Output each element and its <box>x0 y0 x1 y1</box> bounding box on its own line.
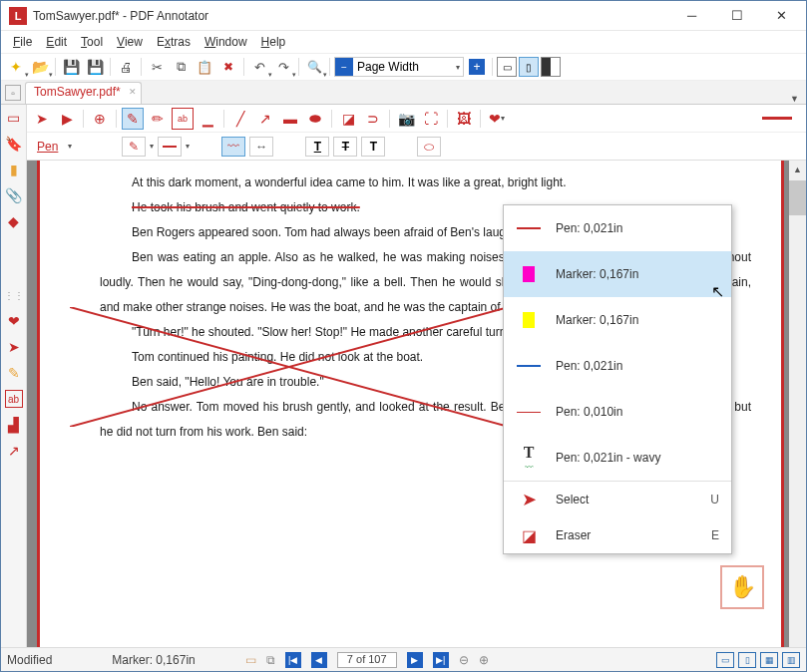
copy-button[interactable]: ⧉ <box>170 56 192 78</box>
nav-back-icon[interactable]: ⊖ <box>459 653 469 667</box>
status-copy-icon[interactable]: ⧉ <box>266 653 275 667</box>
nav-first-button[interactable]: |◀ <box>285 652 301 668</box>
popup-item-marker-magenta[interactable]: Marker: 0,167in <box>504 251 731 297</box>
menu-edit[interactable]: Edit <box>40 33 73 51</box>
print-button[interactable]: 🖨 <box>115 56 137 78</box>
arrow-tool-icon[interactable]: ↗ <box>254 108 276 130</box>
lasso-tool-icon[interactable]: ⊃ <box>362 108 384 130</box>
popup-item-select[interactable]: ➤ Select U <box>504 482 731 517</box>
tab-close-icon[interactable]: ✕ <box>129 87 137 97</box>
zoom-out-icon[interactable]: − <box>335 58 353 76</box>
sb-text-icon[interactable]: ab <box>5 390 23 408</box>
text-wavy-icon[interactable]: T <box>361 137 385 157</box>
sb-bookmark-icon[interactable]: 🔖 <box>5 135 23 153</box>
swatch-line-thin-icon <box>517 412 541 413</box>
menu-tool[interactable]: Tool <box>75 33 109 51</box>
camera-tool-icon[interactable]: 📷 <box>395 108 417 130</box>
zoom-selector[interactable]: − Page Width ▾ <box>334 57 464 77</box>
close-button[interactable]: ✕ <box>759 1 804 30</box>
paste-button[interactable]: 📋 <box>194 56 215 78</box>
eraser-tool-icon[interactable]: ◪ <box>337 108 359 130</box>
scroll-thumb[interactable] <box>789 180 806 215</box>
swatch-line-red-icon <box>517 227 541 229</box>
layout-two[interactable] <box>541 57 561 77</box>
popup-item-pen-blue[interactable]: Pen: 0,021in <box>504 343 731 389</box>
popup-item-marker-yellow[interactable]: Marker: 0,167in <box>504 297 731 343</box>
sb-pencil-icon[interactable]: ✎ <box>5 364 23 382</box>
pen-label[interactable]: Pen <box>37 140 58 154</box>
pen-style-line[interactable]: ↔ <box>249 137 273 157</box>
document-tab[interactable]: TomSawyer.pdf* ✕ <box>25 82 142 104</box>
status-page-icon[interactable]: ▭ <box>245 653 256 667</box>
view-mode-2[interactable]: ▯ <box>738 652 756 668</box>
swatch-marker-magenta-icon <box>523 266 535 282</box>
text-underline-icon[interactable]: T <box>305 137 329 157</box>
ellipse-tool-icon[interactable]: ⬬ <box>304 108 326 130</box>
popup-item-pen-red[interactable]: Pen: 0,021in <box>504 205 731 251</box>
nav-last-button[interactable]: ▶| <box>433 652 449 668</box>
sb-note-icon[interactable]: ▮ <box>5 161 23 178</box>
rect-tool-icon[interactable]: ▬ <box>279 108 301 130</box>
hand-tool-overlay[interactable]: ✋ <box>720 565 764 609</box>
save-as-button[interactable]: 💾 <box>84 56 106 78</box>
zoom-tool-icon[interactable]: ⊕ <box>89 108 111 130</box>
sb-attach-icon[interactable]: 📎 <box>5 186 23 204</box>
menu-view[interactable]: View <box>111 33 149 51</box>
pen-style-freehand[interactable]: 〰 <box>221 137 245 157</box>
scroll-up-icon[interactable]: ▲ <box>789 161 806 177</box>
pen-color-picker[interactable]: ✎ <box>122 137 146 157</box>
redo-button[interactable]: ↷▾ <box>272 56 294 78</box>
new-tab-button[interactable]: ▫ <box>5 85 21 101</box>
layout-single[interactable]: ▭ <box>497 57 517 77</box>
sb-layers-icon[interactable]: ◆ <box>5 212 23 230</box>
popup-item-pen-thin[interactable]: Pen: 0,010in <box>504 389 731 435</box>
undo-button[interactable]: ↶▾ <box>248 56 270 78</box>
zoom-in-button[interactable]: + <box>466 56 488 78</box>
delete-button[interactable]: ✖ <box>217 56 239 78</box>
zoom-value[interactable]: Page Width <box>353 60 453 74</box>
pressure-icon[interactable]: ⬭ <box>417 137 441 157</box>
sb-stamp-icon[interactable]: ▟ <box>5 416 23 434</box>
nav-prev-button[interactable]: ◀ <box>311 652 327 668</box>
pen-properties-toolbar: Pen ▾ ✎▾ ▾ 〰 ↔ T T T ⬭ <box>27 133 806 161</box>
menu-extras[interactable]: Extras <box>151 33 197 51</box>
crop-tool-icon[interactable]: ⛶ <box>420 108 442 130</box>
minimize-button[interactable]: ─ <box>669 1 714 30</box>
sb-cursor-icon[interactable]: ➤ <box>5 338 23 356</box>
popup-item-eraser[interactable]: ◪ Eraser E <box>504 517 731 553</box>
view-mode-3[interactable]: ▦ <box>760 652 778 668</box>
sb-heart-icon[interactable]: ❤ <box>5 312 23 330</box>
save-button[interactable]: 💾 <box>60 56 82 78</box>
menu-help[interactable]: Help <box>255 33 292 51</box>
new-button[interactable]: ✦▾ <box>5 56 27 78</box>
nav-fwd-icon[interactable]: ⊕ <box>479 653 489 667</box>
search-button[interactable]: 🔍▾ <box>303 56 325 78</box>
line-tool-icon[interactable]: ╱ <box>229 108 251 130</box>
view-mode-4[interactable]: ▥ <box>782 652 800 668</box>
page-number-field[interactable]: 7 of 107 <box>337 652 397 668</box>
text-strike-icon[interactable]: T <box>333 137 357 157</box>
vertical-scrollbar[interactable]: ▲ ▼ <box>789 161 806 658</box>
nav-next-button[interactable]: ▶ <box>407 652 423 668</box>
cut-button[interactable]: ✂ <box>146 56 168 78</box>
open-button[interactable]: 📂▾ <box>29 56 51 78</box>
popup-item-pen-wavy[interactable]: T〰 Pen: 0,021in - wavy <box>504 435 731 481</box>
select-tool-icon[interactable]: ➤ <box>31 108 53 130</box>
textbox-tool-icon[interactable]: ab <box>172 108 194 130</box>
underline-tool-icon[interactable]: ▁ <box>197 108 218 130</box>
image-tool-icon[interactable]: 🖼 <box>453 108 475 130</box>
sb-dots-icon[interactable]: ⋮⋮ <box>5 286 23 304</box>
maximize-button[interactable]: ☐ <box>714 1 759 30</box>
menu-window[interactable]: Window <box>199 33 253 51</box>
sb-page-icon[interactable]: ▭ <box>5 109 23 127</box>
pen-width-picker[interactable] <box>158 137 182 157</box>
pen-tool-icon[interactable]: ✎ <box>122 108 144 130</box>
layout-continuous[interactable]: ▯ <box>519 57 539 77</box>
view-mode-1[interactable]: ▭ <box>716 652 734 668</box>
select-tool2-icon[interactable]: ▶ <box>56 108 78 130</box>
tab-overflow-button[interactable]: ▼ <box>790 94 806 104</box>
menu-file[interactable]: File <box>7 33 38 51</box>
favorites-tool-icon[interactable]: ❤▾ <box>486 108 508 130</box>
sb-arrow-icon[interactable]: ↗ <box>5 442 23 460</box>
marker-tool-icon[interactable]: ✏ <box>147 108 169 130</box>
